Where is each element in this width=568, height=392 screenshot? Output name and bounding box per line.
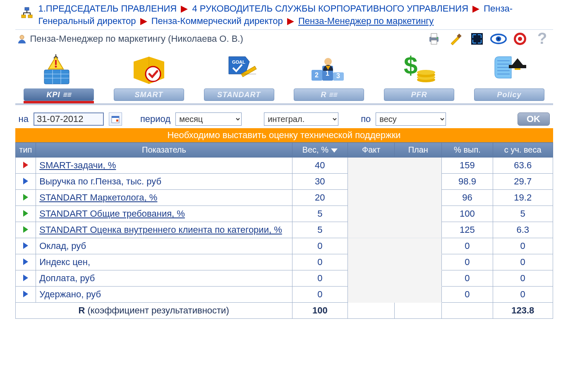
tab-r-icon: 2 1 3	[308, 51, 350, 88]
row-type-cell[interactable]	[15, 190, 36, 206]
by-select[interactable]: весу	[376, 112, 446, 126]
tab-standart-icon: GOAL	[220, 51, 258, 88]
eye-icon[interactable]	[490, 31, 507, 47]
tab-smart-icon	[130, 51, 168, 88]
breadcrumb-item[interactable]: 1.ПРЕДСЕДАТЕЛЬ ПРАВЛЕНИЯ	[38, 3, 177, 14]
svg-rect-17	[44, 70, 69, 84]
row-wadj-cell: 0	[493, 254, 553, 270]
row-type-cell[interactable]	[15, 238, 36, 254]
warning-banner: Необходимо выставить оценку технической …	[15, 128, 553, 142]
breadcrumb-sep-icon: ▶	[181, 3, 188, 14]
row-indicator-cell[interactable]: STANDART Оценка внутреннего клиента по к…	[36, 222, 292, 238]
table-row[interactable]: Удержано, руб000	[15, 287, 553, 303]
tab-smart[interactable]: SMART	[114, 88, 184, 101]
fullscreen-icon[interactable]	[469, 31, 485, 47]
svg-text:2: 2	[315, 72, 319, 79]
th-plan[interactable]: План	[395, 143, 442, 158]
tab-pfr[interactable]: PFR	[384, 88, 454, 101]
tab-policy[interactable]: Policy	[474, 88, 544, 101]
row-weight-cell: 0	[292, 270, 348, 287]
breadcrumb-item[interactable]: Пенза-Коммерческий директор	[151, 16, 283, 26]
row-type-cell[interactable]	[15, 222, 36, 238]
row-indicator-cell[interactable]: STANDART Общие требования, %	[36, 206, 292, 222]
indicator-name: Удержано, руб	[39, 289, 101, 299]
breadcrumb-item-current[interactable]: Пенза-Менеджер по маркетингу	[298, 16, 434, 26]
svg-rect-6	[431, 40, 437, 44]
target-icon[interactable]	[512, 31, 528, 47]
row-pct-cell: 98.9	[442, 174, 493, 190]
tab-kpi[interactable]: KPI ☰☰	[24, 88, 94, 101]
th-type[interactable]: тип	[15, 143, 36, 158]
help-icon[interactable]: ?	[533, 31, 550, 47]
triangle-green-icon	[23, 210, 28, 217]
breadcrumb-row: 1.ПРЕДСЕДАТЕЛЬ ПРАВЛЕНИЯ ▶ 4 РУКОВОДИТЕЛ…	[15, 0, 553, 29]
period-label: период	[140, 114, 170, 124]
triangle-blue-icon	[23, 242, 28, 249]
row-type-cell[interactable]	[15, 287, 36, 303]
print-icon[interactable]	[426, 31, 442, 47]
table-row[interactable]: STANDART Оценка внутреннего клиента по к…	[15, 222, 553, 238]
svg-point-19	[55, 66, 57, 68]
breadcrumb-sep-icon: ▶	[287, 16, 294, 26]
svg-rect-1	[22, 15, 26, 18]
row-weight-cell: 5	[292, 206, 348, 222]
row-indicator-cell[interactable]: Индекс цен,	[36, 254, 292, 270]
table-row[interactable]: STANDART Маркетолога, %209619.2	[15, 190, 553, 206]
th-pct[interactable]: % вып.	[442, 143, 493, 158]
svg-text:$: $	[404, 53, 417, 79]
th-weight[interactable]: Вес, %	[292, 143, 348, 158]
row-type-cell[interactable]	[15, 270, 36, 287]
calendar-icon[interactable]	[109, 112, 122, 126]
row-pct-cell: 125	[442, 222, 493, 238]
fact-plan-blank	[348, 254, 441, 270]
integral-select[interactable]: интеграл.	[264, 112, 338, 126]
triangle-blue-icon	[23, 291, 28, 297]
ok-button[interactable]: OK	[518, 112, 550, 126]
svg-point-7	[436, 38, 438, 39]
tab-standart[interactable]: STANDART	[204, 88, 274, 101]
row-type-cell[interactable]	[15, 174, 36, 190]
row-wadj-cell: 0	[493, 238, 553, 254]
table-row[interactable]: Индекс цен,000	[15, 254, 553, 270]
table-row[interactable]: STANDART Общие требования, %51005	[15, 206, 553, 222]
triangle-green-icon	[23, 226, 28, 233]
row-indicator-cell[interactable]: Оклад, руб	[36, 238, 292, 254]
user-icon	[16, 33, 28, 45]
svg-rect-39	[116, 120, 118, 122]
row-indicator-cell[interactable]: SMART-задачи, %	[36, 158, 292, 174]
kpi-table: тип Показатель Вес, % Факт План % вып. с…	[15, 142, 553, 319]
org-chart-icon	[19, 5, 35, 22]
row-pct-cell: 0	[442, 270, 493, 287]
triangle-blue-icon	[23, 275, 28, 281]
indicator-name: SMART-задачи, %	[39, 160, 116, 170]
row-indicator-cell[interactable]: Выручка по г.Пенза, тыс. руб	[36, 174, 292, 190]
row-type-cell[interactable]	[15, 206, 36, 222]
th-wadj[interactable]: с уч. веса	[493, 143, 553, 158]
table-row[interactable]: Выручка по г.Пенза, тыс. руб3098.929.7	[15, 174, 553, 190]
tab-label: SMART	[134, 91, 163, 99]
triangle-green-icon	[23, 194, 28, 201]
fact-plan-blank	[348, 270, 441, 287]
tab-r[interactable]: R ☰☰	[294, 88, 364, 101]
breadcrumb-item[interactable]: 4 РУКОВОДИТЕЛЬ СЛУЖБЫ КОРПОРАТИВНОГО УПР…	[192, 3, 469, 14]
row-indicator-cell[interactable]: STANDART Маркетолога, %	[36, 190, 292, 206]
footer-desc: (коэффициент результативности)	[85, 305, 229, 316]
row-type-cell[interactable]	[15, 158, 36, 174]
brush-icon[interactable]	[447, 31, 464, 47]
filter-row: на период месяц интеграл. по весу OK	[15, 105, 553, 128]
period-select[interactable]: месяц	[175, 112, 242, 126]
table-row[interactable]: SMART-задачи, %4015963.6	[15, 158, 553, 174]
tab-label: STANDART	[217, 91, 261, 99]
table-row[interactable]: Доплата, руб000	[15, 270, 553, 287]
th-fact[interactable]: Факт	[348, 143, 395, 158]
row-indicator-cell[interactable]: Доплата, руб	[36, 270, 292, 287]
tabs-row: KPI ☰☰ SMART GOAL	[15, 50, 553, 103]
th-indicator[interactable]: Показатель	[36, 143, 292, 158]
breadcrumb[interactable]: 1.ПРЕДСЕДАТЕЛЬ ПРАВЛЕНИЯ ▶ 4 РУКОВОДИТЕЛ…	[38, 2, 550, 27]
date-input[interactable]	[34, 112, 104, 126]
row-indicator-cell[interactable]: Удержано, руб	[36, 287, 292, 303]
row-type-cell[interactable]	[15, 254, 36, 270]
table-row[interactable]: Оклад, руб000	[15, 238, 553, 254]
svg-text:1: 1	[326, 70, 329, 77]
toolbar: ?	[426, 31, 550, 47]
